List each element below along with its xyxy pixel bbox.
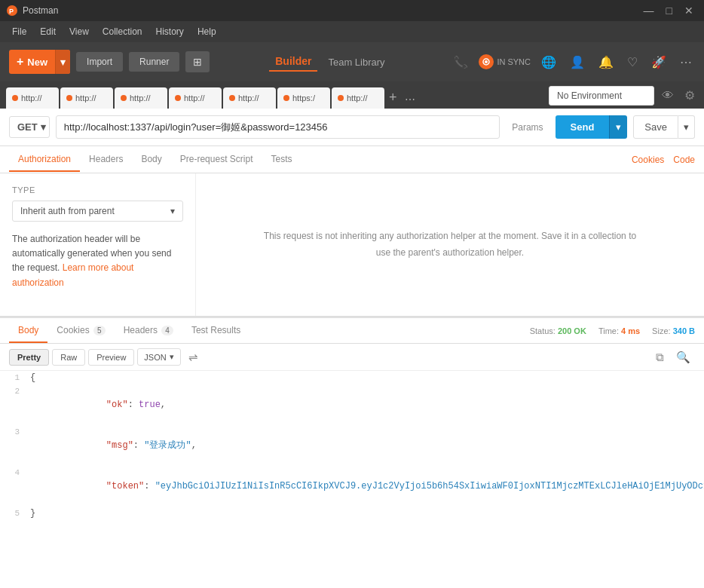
environment-settings-button[interactable]: ⚙	[681, 85, 698, 106]
user-icon-button[interactable]: 👤	[567, 52, 588, 72]
format-bar: Pretty Raw Preview JSON ▾ ⇌ ⧉ 🔍	[0, 344, 704, 371]
request-tabs: Authorization Headers Body Pre-request S…	[0, 146, 704, 173]
sync-circle-icon	[479, 54, 494, 69]
format-preview-button[interactable]: Preview	[88, 349, 134, 366]
line-content-4: "token": "eyJhbGciOiJIUzI1NiIsInR5cCI6Ik…	[27, 466, 704, 507]
tab-pre-request-script[interactable]: Pre-request Script	[171, 148, 262, 172]
tab-body[interactable]: Body	[132, 148, 170, 172]
tab-url-3: http://	[130, 93, 151, 103]
tab-authorization[interactable]: Authorization	[9, 148, 80, 172]
search-icon-button[interactable]: 🔍	[672, 349, 695, 366]
line-num-3: 3	[0, 425, 27, 439]
format-raw-button[interactable]: Raw	[52, 349, 85, 366]
line-num-5: 5	[0, 507, 27, 520]
tab-2[interactable]: http://	[60, 87, 113, 109]
resp-headers-badge: 4	[161, 326, 173, 335]
minimize-button[interactable]: —	[639, 0, 659, 21]
globe-icon-button[interactable]: 🌐	[538, 52, 559, 72]
resp-tab-cookies[interactable]: Cookies 5	[47, 319, 114, 343]
line-content-2: "ok": true,	[27, 384, 704, 425]
resp-tab-headers[interactable]: Headers 4	[115, 319, 182, 343]
tab-url-2: http://	[75, 93, 96, 103]
auth-type-dropdown[interactable]: Inherit auth from parent ▾	[12, 201, 183, 222]
tab-dot-6	[283, 95, 289, 101]
new-plus-icon: +	[17, 55, 23, 69]
tab-7[interactable]: http://	[332, 87, 384, 109]
menu-file[interactable]: File	[6, 23, 32, 40]
bell-icon-button[interactable]: 🔔	[595, 52, 617, 72]
tab-6[interactable]: https:/	[277, 87, 330, 109]
more-tabs-button[interactable]: ⋯	[402, 93, 418, 106]
line-content-3: "msg": "登录成功",	[27, 425, 704, 466]
new-button[interactable]: + New ▾	[9, 50, 70, 74]
status-label: Status: 200 OK	[530, 326, 586, 335]
import-button[interactable]: Import	[76, 52, 123, 72]
tab-3[interactable]: http://	[115, 87, 167, 109]
auth-panel: TYPE Inherit auth from parent ▾ The auth…	[0, 173, 704, 317]
menu-edit[interactable]: Edit	[34, 23, 62, 40]
menu-view[interactable]: View	[63, 23, 95, 40]
new-dropdown-arrow[interactable]: ▾	[55, 50, 70, 74]
add-tab-button[interactable]: +	[386, 90, 400, 106]
method-dropdown[interactable]: GET ▾	[9, 116, 50, 138]
code-line-3: 3 "msg": "登录成功",	[0, 425, 704, 466]
code-link[interactable]: Code	[673, 155, 695, 165]
method-chevron-icon: ▾	[41, 121, 46, 133]
title-bar: P Postman — □ ✕	[0, 0, 704, 21]
status-text: Status:	[530, 326, 556, 335]
environment-dropdown[interactable]: No Environment	[549, 86, 654, 106]
tab-1[interactable]: http://	[6, 87, 59, 109]
tab-team-library[interactable]: Team Library	[322, 54, 390, 71]
line-content-1: {	[27, 371, 704, 384]
url-input[interactable]	[56, 115, 500, 139]
code-line-2: 2 "ok": true,	[0, 384, 704, 425]
time-label: Time: 4 ms	[598, 326, 640, 335]
new-button-label: New	[27, 57, 47, 68]
format-pretty-button[interactable]: Pretty	[9, 349, 49, 366]
tab-4[interactable]: http://	[169, 87, 222, 109]
environment-eye-button[interactable]: 👁	[659, 86, 677, 106]
tab-url-6: https:/	[292, 93, 315, 103]
title-bar-left: P Postman	[6, 5, 58, 17]
send-dropdown-button[interactable]: ▾	[609, 115, 627, 139]
main-area: GET ▾ Params Send ▾ Save ▾ Authorization…	[0, 109, 704, 588]
settings-icon-button[interactable]: ⋯	[677, 52, 695, 72]
menu-help[interactable]: Help	[191, 23, 222, 40]
tab-headers[interactable]: Headers	[80, 148, 132, 172]
tab-dot-7	[338, 95, 344, 101]
send-button[interactable]: Send	[556, 115, 610, 139]
filter-icon-button[interactable]: ⇌	[184, 349, 203, 366]
runner-button[interactable]: Runner	[129, 52, 179, 72]
resp-tab-body[interactable]: Body	[9, 319, 47, 343]
close-button[interactable]: ✕	[680, 0, 698, 21]
size-value: 340 B	[673, 326, 695, 335]
size-label: Size: 340 B	[652, 326, 695, 335]
tab-5[interactable]: http://	[223, 87, 276, 109]
tab-tests[interactable]: Tests	[262, 148, 301, 172]
save-button[interactable]: Save	[633, 115, 678, 139]
line-num-2: 2	[0, 384, 27, 398]
menu-history[interactable]: History	[150, 23, 190, 40]
heart-icon-button[interactable]: ♡	[624, 52, 641, 72]
resp-tab-test-results[interactable]: Test Results	[182, 319, 249, 343]
resp-cookies-badge: 5	[93, 326, 106, 335]
phone-icon-button[interactable]: 📞	[450, 52, 471, 72]
resp-status-bar: Status: 200 OK Time: 4 ms Size: 340 B	[530, 326, 695, 335]
menu-collection[interactable]: Collection	[96, 23, 148, 40]
sync-icon-button[interactable]: ⊞	[185, 51, 210, 72]
cookies-link[interactable]: Cookies	[632, 155, 664, 165]
time-text: Time:	[598, 326, 619, 335]
new-button-main[interactable]: + New	[9, 50, 55, 74]
tab-url-1: http://	[21, 93, 42, 103]
line-num-4: 4	[0, 466, 27, 479]
status-value: 200 OK	[558, 326, 586, 335]
code-area[interactable]: 1 { 2 "ok": true, 3 "msg": "登录成功", 4 "t	[0, 371, 704, 588]
save-dropdown-button[interactable]: ▾	[678, 115, 695, 139]
format-type-dropdown[interactable]: JSON ▾	[137, 348, 180, 366]
params-button[interactable]: Params	[506, 118, 549, 137]
rocket-icon-button[interactable]: 🚀	[648, 52, 669, 72]
line-content-5: }	[27, 507, 704, 520]
copy-icon-button[interactable]: ⧉	[651, 349, 669, 366]
maximize-button[interactable]: □	[662, 0, 677, 21]
tab-builder[interactable]: Builder	[269, 52, 317, 72]
